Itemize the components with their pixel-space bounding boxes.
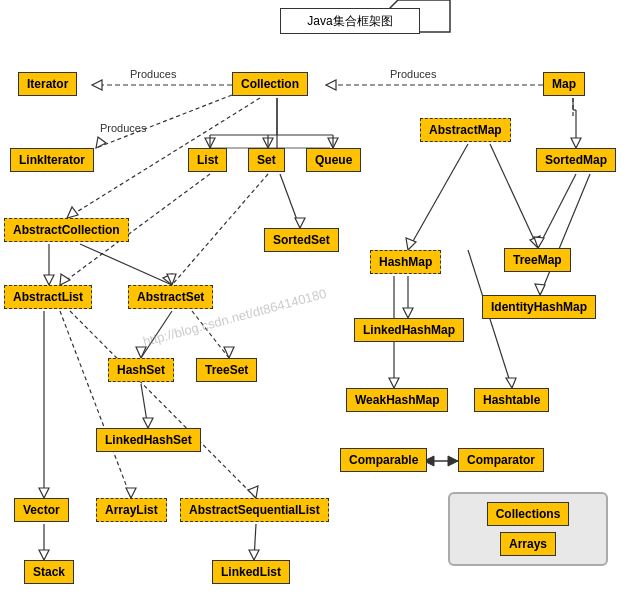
legend-arrays: Arrays <box>500 532 556 556</box>
svg-marker-65 <box>389 378 399 388</box>
node-arraylist: ArrayList <box>96 498 167 522</box>
svg-marker-57 <box>126 488 136 498</box>
svg-marker-34 <box>96 137 106 148</box>
svg-line-46 <box>280 174 300 228</box>
svg-marker-70 <box>506 378 516 388</box>
svg-marker-41 <box>163 274 172 285</box>
node-comparator: Comparator <box>458 448 544 472</box>
node-stack: Stack <box>24 560 74 584</box>
node-abstractlist: AbstractList <box>4 285 92 309</box>
node-queue: Queue <box>306 148 361 172</box>
node-linkedlist: LinkedList <box>212 560 290 584</box>
node-linkedhashmap: LinkedHashMap <box>354 318 464 342</box>
legend-collections: Collections <box>487 502 570 526</box>
svg-text:Produces: Produces <box>100 122 147 134</box>
diagram-container: Produces Produces <box>0 0 643 611</box>
svg-marker-45 <box>167 274 176 285</box>
svg-line-62 <box>254 524 256 560</box>
svg-line-44 <box>172 174 268 285</box>
svg-marker-11 <box>263 138 273 148</box>
node-treemap: TreeMap <box>504 248 571 272</box>
svg-line-50 <box>192 311 229 358</box>
svg-line-27 <box>538 174 576 248</box>
node-sortedmap: SortedMap <box>536 148 616 172</box>
node-treeset: TreeSet <box>196 358 257 382</box>
svg-line-52 <box>141 384 148 428</box>
node-collection: Collection <box>232 72 308 96</box>
svg-line-40 <box>80 244 172 285</box>
svg-line-25 <box>490 144 538 248</box>
title-node: Java集合框架图 <box>280 8 420 34</box>
svg-marker-63 <box>249 550 259 560</box>
node-hashset: HashSet <box>108 358 174 382</box>
svg-marker-51 <box>224 347 234 358</box>
node-linkiterator: LinkIterator <box>10 148 94 172</box>
node-abstractcollection: AbstractCollection <box>4 218 129 242</box>
node-vector: Vector <box>14 498 69 522</box>
node-abstractset: AbstractSet <box>128 285 213 309</box>
svg-line-33 <box>96 95 232 148</box>
node-comparable: Comparable <box>340 448 427 472</box>
node-hashtable: Hashtable <box>474 388 549 412</box>
svg-line-56 <box>60 311 131 498</box>
svg-marker-2 <box>92 80 102 90</box>
svg-line-23 <box>408 144 468 250</box>
node-hashmap: HashMap <box>370 250 441 274</box>
svg-marker-10 <box>205 138 215 148</box>
node-set: Set <box>248 148 285 172</box>
node-identityhashmap: IdentityHashMap <box>482 295 596 319</box>
svg-line-29 <box>540 174 590 295</box>
svg-marker-30 <box>535 284 545 295</box>
svg-marker-49 <box>136 347 146 358</box>
svg-marker-37 <box>67 207 78 218</box>
svg-text:Produces: Produces <box>130 68 177 80</box>
node-map: Map <box>543 72 585 96</box>
svg-marker-22 <box>571 138 581 148</box>
svg-marker-43 <box>60 274 70 285</box>
node-sortedset: SortedSet <box>264 228 339 252</box>
svg-line-58 <box>70 311 256 498</box>
svg-marker-68 <box>448 456 458 466</box>
svg-marker-28 <box>534 237 544 248</box>
svg-marker-55 <box>39 488 49 498</box>
legend-box: Collections Arrays <box>448 492 608 566</box>
svg-line-48 <box>141 311 172 358</box>
svg-marker-24 <box>406 238 416 250</box>
node-abstractsequentiallist: AbstractSequentialList <box>180 498 329 522</box>
node-weakhashmap: WeakHashMap <box>346 388 448 412</box>
node-iterator: Iterator <box>18 72 77 96</box>
svg-marker-12 <box>328 138 338 148</box>
svg-marker-53 <box>143 418 153 428</box>
svg-marker-5 <box>326 80 336 90</box>
svg-text:Produces: Produces <box>390 68 437 80</box>
svg-marker-32 <box>403 308 413 318</box>
svg-marker-61 <box>39 550 49 560</box>
node-abstractmap: AbstractMap <box>420 118 511 142</box>
svg-marker-59 <box>248 486 258 498</box>
svg-marker-26 <box>530 236 540 248</box>
title-label: Java集合框架图 <box>307 13 392 30</box>
node-list: List <box>188 148 227 172</box>
node-linkedhashset: LinkedHashSet <box>96 428 201 452</box>
svg-marker-47 <box>295 218 305 228</box>
svg-marker-39 <box>44 275 54 285</box>
svg-line-36 <box>67 98 260 218</box>
